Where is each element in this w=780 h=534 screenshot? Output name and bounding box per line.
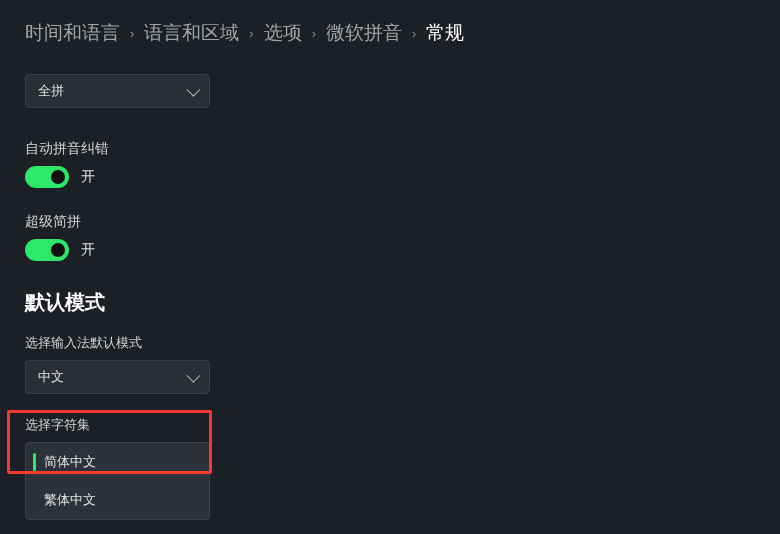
crumb-language-region[interactable]: 语言和区域 <box>144 20 239 46</box>
crumb-ms-pinyin[interactable]: 微软拼音 <box>326 20 402 46</box>
auto-correct-toggle[interactable] <box>25 166 69 188</box>
auto-correct-state: 开 <box>81 168 95 186</box>
crumb-current: 常规 <box>426 20 464 46</box>
super-jianpin-toggle[interactable] <box>25 239 69 261</box>
option-label: 繁体中文 <box>44 492 96 507</box>
super-jianpin-state: 开 <box>81 241 95 259</box>
chevron-right-icon: › <box>412 26 416 41</box>
charset-dropdown-open: 简体中文 繁体中文 <box>25 442 210 520</box>
charset-option-traditional[interactable]: 繁体中文 <box>26 481 209 519</box>
super-jianpin-label: 超级简拼 <box>25 213 755 231</box>
option-label: 简体中文 <box>44 454 96 469</box>
chevron-down-icon <box>186 369 200 383</box>
crumb-options[interactable]: 选项 <box>264 20 302 46</box>
chevron-right-icon: › <box>249 26 253 41</box>
input-mode-value: 中文 <box>38 368 64 386</box>
charset-option-simplified[interactable]: 简体中文 <box>26 443 209 481</box>
chevron-right-icon: › <box>130 26 134 41</box>
breadcrumb: 时间和语言 › 语言和区域 › 选项 › 微软拼音 › 常规 <box>25 20 755 46</box>
pinyin-type-dropdown[interactable]: 全拼 <box>25 74 210 108</box>
pinyin-type-value: 全拼 <box>38 82 64 100</box>
chevron-right-icon: › <box>312 26 316 41</box>
crumb-time-language[interactable]: 时间和语言 <box>25 20 120 46</box>
input-mode-label: 选择输入法默认模式 <box>25 334 755 352</box>
chevron-down-icon <box>186 83 200 97</box>
auto-correct-label: 自动拼音纠错 <box>25 140 755 158</box>
default-mode-heading: 默认模式 <box>25 289 755 316</box>
input-mode-dropdown[interactable]: 中文 <box>25 360 210 394</box>
charset-label: 选择字符集 <box>25 416 755 434</box>
